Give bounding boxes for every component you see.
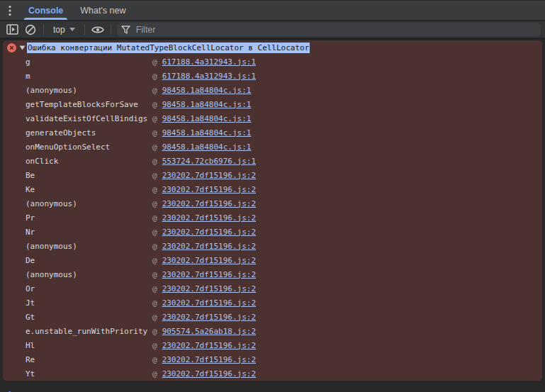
stack-frame-row: m @ 617188.4a312943.js:1 (3, 69, 542, 83)
stack-frame-at-symbol: @ (152, 57, 157, 67)
stack-frame-function: Jt (26, 298, 152, 308)
stack-frame-function: generateObjects (26, 128, 152, 138)
stack-frame-at-symbol: @ (152, 341, 157, 350)
stack-frame-source-link[interactable]: 553724.72cb6976.js:1 (162, 157, 256, 166)
stack-frame-source-link[interactable]: 98458.1a84804c.js:1 (162, 114, 252, 123)
stack-frame-function: (anonymous) (26, 199, 152, 208)
stack-frame-at-symbol: @ (152, 327, 157, 336)
stack-frame-row: Jt @ 230202.7df15196.js:2 (3, 296, 542, 310)
stack-frame-row: e.unstable_runWithPriority @ 905574.5a26… (3, 324, 542, 338)
stack-frame-function: m (26, 72, 152, 81)
stack-frame-row: Pr @ 230202.7df15196.js:2 (3, 211, 542, 225)
stack-frame-at-symbol: @ (152, 355, 157, 364)
stack-frame-source-link[interactable]: 617188.4a312943.js:1 (162, 72, 256, 81)
stack-frame-function: Ke (26, 185, 152, 194)
stack-frame-row: generateObjects @ 98458.1a84804c.js:1 (3, 125, 542, 140)
stack-frame-row: (anonymous) @ 230202.7df15196.js:2 (3, 239, 542, 253)
toolbar-divider (84, 24, 85, 35)
expand-triangle-icon[interactable] (19, 45, 26, 50)
stack-frame-at-symbol: @ (152, 185, 157, 194)
stack-frame-source-link[interactable]: 230202.7df15196.js:2 (162, 369, 256, 379)
stack-trace: g @ 617188.4a312943.js:1 m @ 617188.4a31… (3, 55, 542, 381)
stack-frame-function: (anonymous) (26, 242, 152, 251)
stack-frame-source-link[interactable]: 230202.7df15196.js:2 (162, 313, 256, 322)
stack-frame-at-symbol: @ (152, 228, 157, 237)
stack-frame-source-link[interactable]: 617188.4a312943.js:1 (162, 57, 256, 67)
stack-frame-source-link[interactable]: 230202.7df15196.js:2 (162, 199, 256, 208)
create-live-expression-icon[interactable] (89, 22, 107, 38)
console-toolbar: top (0, 20, 545, 40)
stack-frame-row: onMenuOptionSelect @ 98458.1a84804c.js:1 (3, 140, 542, 154)
stack-frame-source-link[interactable]: 230202.7df15196.js:2 (162, 270, 256, 279)
stack-frame-at-symbol: @ (152, 171, 157, 180)
stack-frame-at-symbol: @ (152, 242, 157, 251)
toolbar-divider (43, 24, 44, 35)
stack-frame-function: g (26, 57, 152, 67)
show-console-sidebar-icon[interactable] (3, 22, 21, 38)
tab-console[interactable]: Console (20, 1, 72, 20)
stack-frame-at-symbol: @ (152, 114, 157, 123)
stack-frame-function: validateExistOfCellBindigs (26, 114, 152, 123)
stack-frame-source-link[interactable]: 98458.1a84804c.js:1 (162, 142, 252, 152)
stack-frame-source-link[interactable]: 905574.5a26ab18.js:2 (162, 327, 256, 336)
tab-whats-new-label: What's new (80, 6, 125, 16)
stack-frame-row: validateExistOfCellBindigs @ 98458.1a848… (3, 111, 542, 125)
stack-frame-function: getTemplateBlocksForSave (26, 100, 152, 109)
stack-frame-function: De (26, 256, 152, 265)
stack-frame-source-link[interactable]: 230202.7df15196.js:2 (162, 284, 256, 293)
stack-frame-at-symbol: @ (152, 157, 157, 166)
stack-frame-function: e.unstable_runWithPriority (26, 327, 152, 336)
stack-frame-at-symbol: @ (152, 270, 157, 279)
clear-console-icon[interactable] (21, 22, 40, 38)
stack-frame-function: onMenuOptionSelect (26, 142, 152, 152)
stack-frame-row: (anonymous) @ 98458.1a84804c.js:1 (3, 83, 542, 97)
stack-frame-source-link[interactable]: 98458.1a84804c.js:1 (162, 100, 252, 109)
stack-frame-source-link[interactable]: 230202.7df15196.js:2 (162, 256, 256, 265)
stack-frame-source-link[interactable]: 98458.1a84804c.js:1 (162, 86, 252, 95)
kebab-menu-icon[interactable] (0, 1, 20, 20)
filter-icon (121, 26, 130, 34)
tab-console-label: Console (28, 6, 63, 16)
stack-frame-row: Ke @ 230202.7df15196.js:2 (3, 182, 542, 196)
stack-frame-at-symbol: @ (152, 213, 157, 223)
error-message-row: Ошибка конвертации MutatedTypeBlockCellL… (3, 40, 542, 55)
stack-frame-at-symbol: @ (152, 256, 157, 265)
stack-frame-source-link[interactable]: 230202.7df15196.js:2 (162, 171, 256, 180)
stack-frame-source-link[interactable]: 230202.7df15196.js:2 (162, 228, 256, 237)
stack-frame-at-symbol: @ (152, 142, 157, 152)
stack-frame-at-symbol: @ (152, 128, 157, 138)
stack-frame-function: Be (26, 171, 152, 180)
error-icon (7, 43, 16, 52)
stack-frame-source-link[interactable]: 98458.1a84804c.js:1 (162, 128, 252, 138)
stack-frame-source-link[interactable]: 230202.7df15196.js:2 (162, 185, 256, 194)
stack-frame-source-link[interactable]: 230202.7df15196.js:2 (162, 298, 256, 308)
stack-frame-function: (anonymous) (26, 270, 152, 279)
stack-frame-row: g @ 617188.4a312943.js:1 (3, 55, 542, 69)
stack-frame-row: Hl @ 230202.7df15196.js:2 (3, 338, 542, 352)
stack-frame-row: getTemplateBlocksForSave @ 98458.1a84804… (3, 97, 542, 111)
stack-frame-function: onClick (26, 157, 152, 166)
stack-frame-row: Be @ 230202.7df15196.js:2 (3, 168, 542, 182)
stack-frame-at-symbol: @ (152, 369, 157, 379)
stack-frame-source-link[interactable]: 230202.7df15196.js:2 (162, 355, 256, 364)
stack-frame-at-symbol: @ (152, 72, 157, 81)
stack-frame-source-link[interactable]: 230202.7df15196.js:2 (162, 242, 256, 251)
tab-whats-new[interactable]: What's new (72, 1, 134, 20)
stack-frame-function: (anonymous) (26, 86, 152, 95)
stack-frame-row: onClick @ 553724.72cb6976.js:1 (3, 154, 542, 168)
stack-frame-function: Pr (26, 213, 152, 223)
stack-frame-source-link[interactable]: 230202.7df15196.js:2 (162, 341, 256, 350)
stack-frame-row: Or @ 230202.7df15196.js:2 (3, 281, 542, 296)
console-prompt-chevron[interactable]: > (9, 388, 14, 392)
stack-frame-function: Yt (26, 369, 152, 379)
stack-frame-at-symbol: @ (152, 86, 157, 95)
stack-frame-function: Gt (26, 313, 152, 322)
stack-frame-function: Hl (26, 341, 152, 350)
stack-frame-at-symbol: @ (152, 100, 157, 109)
filter-input[interactable] (135, 24, 536, 35)
stack-frame-function: Re (26, 355, 152, 364)
console-error-message: Ошибка конвертации MutatedTypeBlockCellL… (3, 40, 542, 381)
javascript-context-selector[interactable]: top (47, 22, 81, 38)
error-message-text: Ошибка конвертации MutatedTypeBlockCellL… (27, 43, 310, 53)
stack-frame-source-link[interactable]: 230202.7df15196.js:2 (162, 213, 256, 223)
